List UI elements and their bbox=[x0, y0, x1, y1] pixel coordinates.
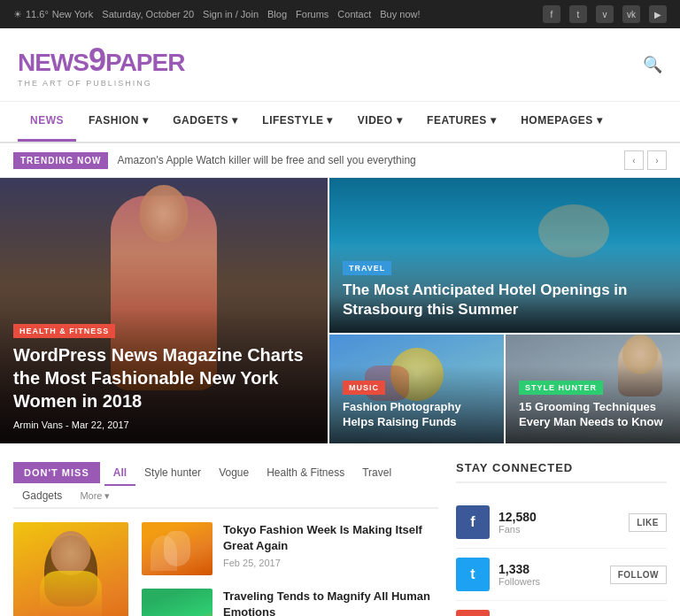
vimeo-icon-top[interactable]: v bbox=[596, 5, 614, 23]
tab-more[interactable]: More ▾ bbox=[71, 485, 119, 509]
nav-item-fashion[interactable]: FASHION ▾ bbox=[76, 102, 160, 142]
facebook-count: 12,580 bbox=[498, 510, 620, 524]
article-title-2[interactable]: Traveling Tends to Magnify All Human Emo… bbox=[223, 589, 438, 616]
featured-right-top-card[interactable]: TRAVEL The Most Anticipated Hotel Openin… bbox=[329, 178, 680, 333]
trending-nav: ‹ › bbox=[624, 150, 667, 170]
featured-left-date: Mar 22, 2017 bbox=[72, 420, 129, 430]
woman-face bbox=[51, 531, 91, 575]
facebook-stats: 12,580 Fans bbox=[498, 510, 620, 535]
social-icons-top: f t v vk ▶ bbox=[543, 5, 667, 23]
nav-item-gadgets[interactable]: GADGETS ▾ bbox=[160, 102, 250, 142]
tab-all[interactable]: All bbox=[104, 461, 135, 486]
article-item-1[interactable]: Tokyo Fashion Week Is Making Itself Grea… bbox=[142, 522, 438, 575]
nav-link-news[interactable]: NEWS bbox=[18, 102, 76, 142]
featured-man-category: STYLE HUNTER bbox=[519, 381, 603, 395]
nav-item-features[interactable]: FEATURES ▾ bbox=[414, 102, 508, 142]
youtube-icon-top[interactable]: ▶ bbox=[649, 5, 667, 23]
featured-right-top-category: TRAVEL bbox=[343, 261, 391, 275]
featured-right: TRAVEL The Most Anticipated Hotel Openin… bbox=[329, 178, 680, 443]
section-tabs: DON'T MISS All Style hunter Vogue Health… bbox=[13, 461, 438, 509]
logo-news: NEWS bbox=[18, 49, 89, 76]
nav-link-gadgets[interactable]: GADGETS ▾ bbox=[160, 102, 250, 139]
featured-man-card[interactable]: STYLE HUNTER 15 Grooming Techniques Ever… bbox=[506, 335, 680, 443]
twitter-icon-top[interactable]: t bbox=[569, 5, 587, 23]
facebook-icon-top[interactable]: f bbox=[543, 5, 560, 23]
trending-bar: TRENDING NOW Amazon's Apple Watch killer… bbox=[0, 143, 680, 178]
tab-vogue[interactable]: Vogue bbox=[210, 461, 258, 486]
thumb-shape bbox=[164, 531, 190, 566]
youtube-row: ▶ 7,003 Subscribers SUBSCRIBE bbox=[456, 601, 667, 616]
facebook-label: Fans bbox=[498, 524, 620, 535]
twitter-row: t 1,338 Followers FOLLOW bbox=[456, 549, 667, 601]
nav-link-features[interactable]: FEATURES ▾ bbox=[414, 102, 508, 139]
stay-connected-title: STAY CONNECTED bbox=[456, 461, 667, 474]
weather: ☀ 11.6° New York bbox=[13, 9, 93, 20]
top-bar: ☀ 11.6° New York Saturday, October 20 Si… bbox=[0, 0, 680, 28]
logo-text: NEWS9PAPER bbox=[18, 42, 184, 79]
article-thumb-1 bbox=[142, 522, 212, 575]
meta-separator: - bbox=[66, 420, 72, 430]
articles-list: Tokyo Fashion Week Is Making Itself Grea… bbox=[142, 522, 438, 616]
facebook-icon: f bbox=[456, 505, 490, 539]
dont-miss-label: DON'T MISS bbox=[13, 462, 100, 483]
featured-left-meta: Armin Vans - Mar 22, 2017 bbox=[13, 420, 314, 430]
nav-link-fashion[interactable]: FASHION ▾ bbox=[76, 102, 160, 139]
nav-item-homepages[interactable]: HOMEPAGES ▾ bbox=[508, 102, 614, 142]
buynow-link[interactable]: Buy now! bbox=[380, 9, 420, 19]
twitter-follow-button[interactable]: FOLLOW bbox=[610, 566, 667, 584]
twitter-icon: t bbox=[456, 558, 490, 591]
trending-text: Amazon's Apple Watch killer will be free… bbox=[117, 154, 615, 166]
forums-link[interactable]: Forums bbox=[296, 9, 328, 19]
featured-grid: HEALTH & FITNESS WordPress News Magazine… bbox=[0, 178, 680, 443]
article-meta-1: Feb 25, 2017 bbox=[223, 558, 438, 568]
article-title-1[interactable]: Tokyo Fashion Week Is Making Itself Grea… bbox=[223, 522, 438, 554]
article-thumb-2 bbox=[142, 589, 212, 616]
tab-style-hunter[interactable]: Style hunter bbox=[135, 461, 210, 486]
article-content-1: Tokyo Fashion Week Is Making Itself Grea… bbox=[223, 522, 438, 568]
featured-left-card[interactable]: HEALTH & FITNESS WordPress News Magazine… bbox=[0, 178, 328, 443]
featured-food-category: MUSIC bbox=[343, 381, 385, 395]
trending-next-button[interactable]: › bbox=[647, 150, 667, 170]
facebook-like-button[interactable]: LIKE bbox=[629, 513, 667, 532]
trending-label: TRENDING NOW bbox=[13, 152, 108, 169]
woman-body bbox=[40, 571, 102, 616]
tab-travel[interactable]: Travel bbox=[353, 461, 400, 486]
article-thumb-img-2 bbox=[142, 589, 212, 616]
vk-icon-top[interactable]: vk bbox=[622, 5, 640, 23]
nav-link-homepages[interactable]: HOMEPAGES ▾ bbox=[508, 102, 614, 139]
featured-food-overlay: MUSIC Fashion Photography Helps Raising … bbox=[329, 366, 504, 443]
dont-miss-section: DON'T MISS All Style hunter Vogue Health… bbox=[13, 461, 438, 616]
featured-left-overlay: HEALTH & FITNESS WordPress News Magazine… bbox=[0, 309, 328, 443]
tab-health-fitness[interactable]: Health & Fitness bbox=[258, 461, 353, 486]
featured-woman-thumb[interactable] bbox=[13, 522, 128, 616]
stay-connected-section: STAY CONNECTED f 12,580 Fans LIKE t 1,33… bbox=[456, 461, 667, 616]
article-content-2: Traveling Tends to Magnify All Human Emo… bbox=[223, 589, 438, 616]
featured-left-title: WordPress News Magazine Charts the Most … bbox=[13, 343, 314, 412]
twitter-count: 1,338 bbox=[498, 562, 601, 576]
featured-food-card[interactable]: MUSIC Fashion Photography Helps Raising … bbox=[329, 335, 504, 443]
youtube-icon: ▶ bbox=[456, 610, 490, 616]
article-item-2[interactable]: Traveling Tends to Magnify All Human Emo… bbox=[142, 589, 438, 616]
search-button[interactable]: 🔍 bbox=[643, 55, 662, 74]
facebook-row: f 12,580 Fans LIKE bbox=[456, 497, 667, 549]
featured-right-bottom: MUSIC Fashion Photography Helps Raising … bbox=[329, 335, 680, 443]
nav-item-video[interactable]: VIDEO ▾ bbox=[345, 102, 414, 142]
tab-gadgets[interactable]: Gadgets bbox=[13, 484, 71, 509]
contact-link[interactable]: Contact bbox=[337, 9, 371, 19]
dont-miss-content: Tokyo Fashion Week Is Making Itself Grea… bbox=[13, 522, 438, 616]
nav-link-lifestyle[interactable]: LIFESTYLE ▾ bbox=[250, 102, 345, 139]
nav-item-lifestyle[interactable]: LIFESTYLE ▾ bbox=[250, 102, 345, 142]
stay-connected-header: STAY CONNECTED bbox=[456, 461, 667, 483]
woman-head bbox=[140, 185, 189, 243]
logo-subtitle: the art of publishing bbox=[18, 79, 184, 88]
logo-number: 9 bbox=[89, 42, 105, 78]
nav-link-video[interactable]: VIDEO ▾ bbox=[345, 102, 414, 139]
featured-left-category: HEALTH & FITNESS bbox=[13, 324, 115, 338]
signin-link[interactable]: Sign in / Join bbox=[203, 9, 259, 19]
top-bar-left: ☀ 11.6° New York Saturday, October 20 Si… bbox=[13, 9, 421, 20]
trending-prev-button[interactable]: ‹ bbox=[624, 150, 644, 170]
featured-left-author: Armin Vans bbox=[13, 420, 63, 430]
logo[interactable]: NEWS9PAPER the art of publishing bbox=[18, 42, 184, 88]
blog-link[interactable]: Blog bbox=[267, 9, 287, 19]
nav-item-news[interactable]: NEWS bbox=[18, 102, 76, 142]
